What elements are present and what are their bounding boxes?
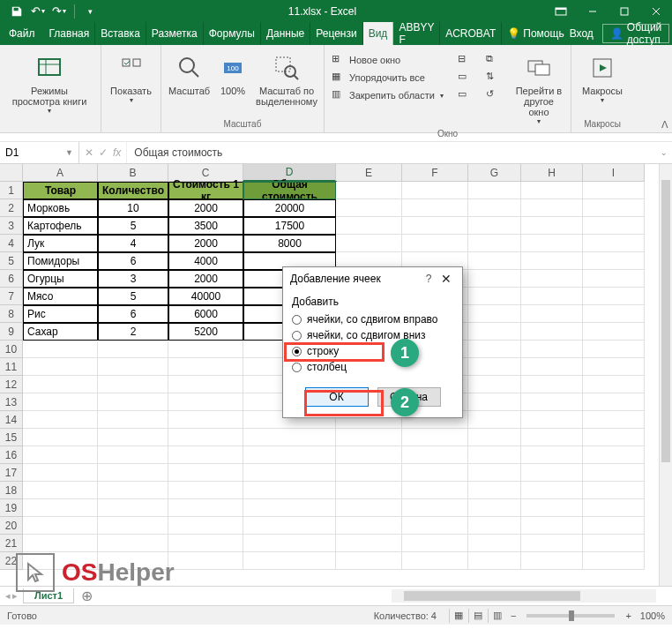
cell[interactable] (402, 535, 468, 552)
cell[interactable]: Картофель (23, 217, 98, 235)
cell[interactable] (468, 235, 521, 252)
tab-file[interactable]: Файл (0, 22, 44, 45)
cell[interactable] (521, 270, 583, 288)
cell[interactable] (468, 323, 521, 341)
cell[interactable] (468, 446, 521, 464)
cell[interactable] (583, 323, 645, 341)
cell[interactable] (98, 464, 168, 482)
cell[interactable] (583, 358, 645, 376)
cell[interactable]: 3 (98, 270, 168, 288)
cell[interactable] (521, 252, 583, 270)
unhide-button[interactable]: ▭ (456, 87, 474, 103)
share-button[interactable]: 👤 Общий доступ (602, 24, 670, 43)
chevron-down-icon[interactable]: ▼ (65, 148, 73, 157)
cell[interactable]: Помидоры (23, 252, 98, 270)
cell[interactable] (521, 464, 583, 482)
cell[interactable]: Стоимость 1 кг (168, 182, 243, 199)
normal-view-icon[interactable]: ▦ (449, 609, 468, 623)
zoom-100-button[interactable]: 100 100% (217, 49, 249, 98)
cell[interactable] (336, 199, 402, 217)
column-header[interactable]: H (521, 164, 583, 182)
row-header[interactable]: 2 (0, 199, 23, 217)
formula-input[interactable]: Общая стоимость (127, 142, 656, 163)
cell[interactable] (402, 464, 468, 482)
radio-option[interactable]: столбец (292, 359, 453, 375)
cell[interactable] (243, 517, 336, 535)
cell[interactable] (336, 517, 402, 535)
cell[interactable] (583, 182, 645, 199)
cell[interactable] (583, 252, 645, 270)
cell[interactable]: 2000 (168, 235, 243, 252)
cell[interactable]: Лук (23, 235, 98, 252)
cell[interactable] (98, 499, 168, 517)
cell[interactable] (168, 446, 243, 464)
cell[interactable] (468, 429, 521, 446)
vertical-scrollbar[interactable] (659, 164, 672, 586)
cell[interactable]: 5 (98, 288, 168, 305)
cell[interactable] (521, 552, 583, 570)
redo-icon[interactable]: ↷▾ (49, 2, 69, 21)
tab-abbyy[interactable]: ABBYY F (393, 22, 440, 45)
cell[interactable] (521, 341, 583, 358)
cell[interactable] (98, 341, 168, 358)
cell[interactable] (23, 482, 98, 499)
save-icon[interactable] (7, 2, 26, 21)
cell[interactable] (168, 376, 243, 393)
maximize-icon[interactable] (609, 0, 640, 22)
cell[interactable] (521, 217, 583, 235)
cell[interactable] (23, 535, 98, 552)
macros-button[interactable]: Макросы ▾ (577, 49, 628, 106)
cell[interactable]: 2000 (168, 199, 243, 217)
sheet-prev-icon[interactable]: ◂ (5, 590, 11, 602)
cell[interactable] (468, 252, 521, 270)
page-layout-view-icon[interactable]: ▤ (468, 609, 488, 623)
cell[interactable] (468, 411, 521, 429)
cell[interactable] (243, 482, 336, 499)
cell[interactable] (98, 376, 168, 393)
cell[interactable] (583, 464, 645, 482)
cell[interactable] (168, 552, 243, 570)
cell[interactable] (402, 517, 468, 535)
cell[interactable]: 2000 (168, 270, 243, 288)
cell[interactable] (583, 288, 645, 305)
zoom-selection-button[interactable]: Масштаб по выделенному (254, 49, 319, 109)
cell[interactable] (468, 270, 521, 288)
cell[interactable]: 8000 (243, 235, 336, 252)
expand-formula-icon[interactable]: ⌄ (656, 142, 672, 163)
cell[interactable] (402, 499, 468, 517)
cell[interactable]: Мясо (23, 288, 98, 305)
cell[interactable] (23, 393, 98, 411)
signin-button[interactable]: Вход (564, 22, 599, 45)
cell[interactable] (98, 411, 168, 429)
cell[interactable] (23, 411, 98, 429)
cell[interactable]: 4 (98, 235, 168, 252)
cell[interactable] (521, 323, 583, 341)
column-header[interactable]: B (98, 164, 168, 182)
cell[interactable] (23, 464, 98, 482)
split-button[interactable]: ⊟ (456, 52, 474, 68)
scroll-thumb[interactable] (404, 591, 580, 601)
row-header[interactable]: 21 (0, 535, 23, 552)
cell[interactable] (468, 464, 521, 482)
cell[interactable] (23, 341, 98, 358)
minimize-icon[interactable] (577, 0, 609, 22)
row-header[interactable]: 20 (0, 517, 23, 535)
cell[interactable] (23, 376, 98, 393)
cell[interactable] (336, 535, 402, 552)
cell[interactable]: 6000 (168, 305, 243, 323)
row-header[interactable]: 17 (0, 464, 23, 482)
cell[interactable] (23, 358, 98, 376)
column-header[interactable]: I (583, 164, 645, 182)
cell[interactable] (98, 517, 168, 535)
cell[interactable] (521, 393, 583, 411)
cell[interactable]: 4000 (168, 252, 243, 270)
cell[interactable] (243, 429, 336, 446)
cell[interactable] (336, 464, 402, 482)
undo-icon[interactable]: ↶▾ (28, 2, 48, 21)
row-header[interactable]: 9 (0, 323, 23, 341)
row-header[interactable]: 19 (0, 499, 23, 517)
cell[interactable]: Рис (23, 305, 98, 323)
close-icon[interactable] (640, 0, 672, 22)
qat-customize-icon[interactable]: ▾ (80, 2, 100, 21)
cell[interactable] (168, 464, 243, 482)
